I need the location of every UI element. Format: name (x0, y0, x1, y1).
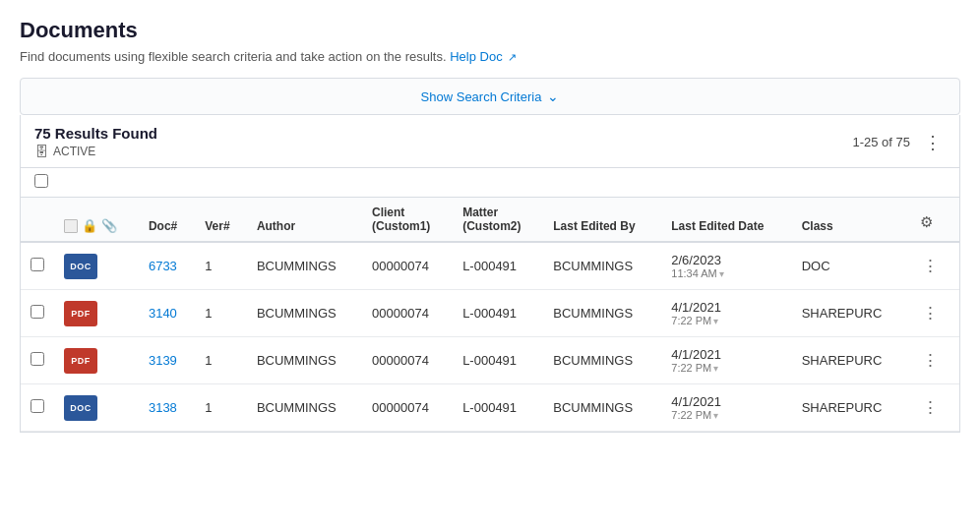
row-client-cell: 00000074 (362, 242, 453, 290)
row-checkbox-3[interactable] (31, 399, 44, 413)
database-icon: 🗄 (34, 144, 48, 159)
row-doc-number-cell: 3139 (139, 337, 195, 384)
select-all-row (20, 168, 960, 198)
row-file-icon-cell: DOC (54, 242, 139, 290)
subtitle-text: Find documents using flexible search cri… (20, 49, 447, 64)
row-checkbox-0[interactable] (31, 258, 44, 271)
pagination-label: 1-25 of 75 (852, 135, 910, 149)
th-matter-sub: (Custom2) (462, 219, 533, 233)
help-doc-label: Help Doc (450, 49, 502, 64)
results-right-section: 1-25 of 75 ⋮ (852, 132, 946, 153)
row-author-cell: BCUMMINGS (247, 337, 362, 384)
th-checkbox (21, 198, 54, 242)
row-version-cell: 1 (195, 290, 247, 337)
th-matter: Matter (Custom2) (453, 198, 543, 242)
row-more-options-button[interactable]: ⋮ (918, 397, 943, 418)
row-more-options-button[interactable]: ⋮ (918, 256, 943, 276)
row-matter-cell: L-000491 (453, 242, 543, 290)
status-badge: ACTIVE (53, 145, 95, 158)
doc-number-link[interactable]: 3140 (149, 306, 177, 321)
date-dropdown-icon: ▾ (713, 410, 718, 421)
row-checkbox-1[interactable] (31, 305, 44, 319)
row-checkbox-cell (21, 384, 54, 432)
results-header: 75 Results Found 🗄 ACTIVE 1-25 of 75 ⋮ (20, 115, 960, 168)
th-file-type-icon: 🔒 📎 (54, 198, 139, 242)
row-client-cell: 00000074 (362, 384, 453, 432)
date-primary: 4/1/2021 (671, 394, 781, 409)
row-file-icon-cell: PDF (54, 337, 139, 384)
results-status: 🗄 ACTIVE (34, 144, 157, 159)
row-last-edited-date-cell: 4/1/2021 7:22 PM ▾ (661, 384, 791, 432)
results-more-options-button[interactable]: ⋮ (920, 132, 946, 153)
th-version: Ver# (195, 198, 247, 242)
help-doc-link[interactable]: Help Doc ↗ (450, 49, 517, 64)
th-author: Author (247, 198, 362, 242)
chevron-down-icon: ⌄ (547, 88, 559, 104)
row-author-cell: BCUMMINGS (247, 384, 362, 432)
date-primary: 2/6/2023 (671, 253, 781, 267)
row-author-cell: BCUMMINGS (247, 290, 362, 337)
row-doc-number-cell: 3138 (139, 384, 195, 432)
row-last-edited-by-cell: BCUMMINGS (543, 337, 661, 384)
row-author-cell: BCUMMINGS (247, 242, 362, 290)
row-last-edited-by-cell: BCUMMINGS (543, 384, 661, 432)
table-row: PDF 3139 1 BCUMMINGS 00000074 L-000491 B… (21, 337, 959, 384)
row-last-edited-date-cell: 2/6/2023 11:34 AM ▾ (661, 242, 791, 290)
row-more-options-cell: ⋮ (908, 337, 959, 384)
show-search-label: Show Search Criteria (421, 89, 542, 104)
th-last-edited-date: Last Edited Date (661, 198, 791, 242)
row-version-cell: 1 (195, 384, 247, 432)
file-type-icon: DOC (64, 395, 97, 421)
row-last-edited-by-cell: BCUMMINGS (543, 290, 661, 337)
show-search-criteria-button[interactable]: Show Search Criteria ⌄ (421, 88, 560, 104)
row-last-edited-by-cell: BCUMMINGS (543, 242, 661, 290)
row-class-cell: SHAREPURC (792, 337, 908, 384)
doc-number-link[interactable]: 3139 (149, 353, 177, 368)
page-subtitle: Find documents using flexible search cri… (20, 49, 960, 64)
th-matter-label: Matter (462, 206, 533, 219)
th-last-edited-by: Last Edited By (543, 198, 661, 242)
row-more-options-button[interactable]: ⋮ (918, 303, 943, 323)
search-criteria-bar: Show Search Criteria ⌄ (20, 78, 960, 115)
file-type-icon: PDF (64, 348, 97, 374)
external-link-icon: ↗ (508, 51, 517, 63)
row-client-cell: 00000074 (362, 337, 453, 384)
th-settings: ⚙ (908, 198, 959, 242)
attachment-icon: 📎 (101, 218, 117, 233)
lock-icon: 🔒 (82, 218, 97, 233)
row-doc-number-cell: 6733 (139, 242, 195, 290)
row-more-options-cell: ⋮ (908, 290, 959, 337)
row-checkbox-2[interactable] (31, 352, 44, 366)
th-class: Class (792, 198, 908, 242)
date-primary: 4/1/2021 (671, 347, 781, 362)
doc-type-icon (64, 219, 78, 233)
table-row: PDF 3140 1 BCUMMINGS 00000074 L-000491 B… (21, 290, 959, 337)
row-checkbox-cell (21, 290, 54, 337)
table-settings-button[interactable]: ⚙ (918, 211, 935, 233)
row-class-cell: SHAREPURC (792, 290, 908, 337)
results-count: 75 Results Found (34, 125, 157, 142)
results-left-section: 75 Results Found 🗄 ACTIVE (34, 125, 157, 159)
doc-number-link[interactable]: 6733 (149, 259, 177, 273)
row-matter-cell: L-000491 (453, 384, 543, 432)
documents-table: 🔒 📎 Doc# Ver# Author Client (Custom1) Ma… (21, 198, 959, 432)
th-doc-number: Doc# (139, 198, 195, 242)
row-more-options-cell: ⋮ (908, 242, 959, 290)
file-type-icon: PDF (64, 301, 97, 326)
row-doc-number-cell: 3140 (139, 290, 195, 337)
table-header-row: 🔒 📎 Doc# Ver# Author Client (Custom1) Ma… (21, 198, 959, 242)
doc-number-link[interactable]: 3138 (149, 400, 177, 415)
row-class-cell: DOC (792, 242, 908, 290)
row-more-options-cell: ⋮ (908, 384, 959, 432)
date-dropdown-icon: ▾ (713, 363, 718, 374)
row-last-edited-date-cell: 4/1/2021 7:22 PM ▾ (661, 337, 791, 384)
date-dropdown-icon: ▾ (713, 316, 718, 326)
date-secondary: 7:22 PM ▾ (671, 362, 781, 374)
row-version-cell: 1 (195, 337, 247, 384)
th-client-sub: (Custom1) (372, 219, 443, 233)
select-all-checkbox[interactable] (34, 174, 48, 188)
row-more-options-button[interactable]: ⋮ (918, 350, 943, 371)
th-client-label: Client (372, 206, 443, 219)
row-client-cell: 00000074 (362, 290, 453, 337)
date-secondary: 11:34 AM ▾ (671, 267, 781, 279)
